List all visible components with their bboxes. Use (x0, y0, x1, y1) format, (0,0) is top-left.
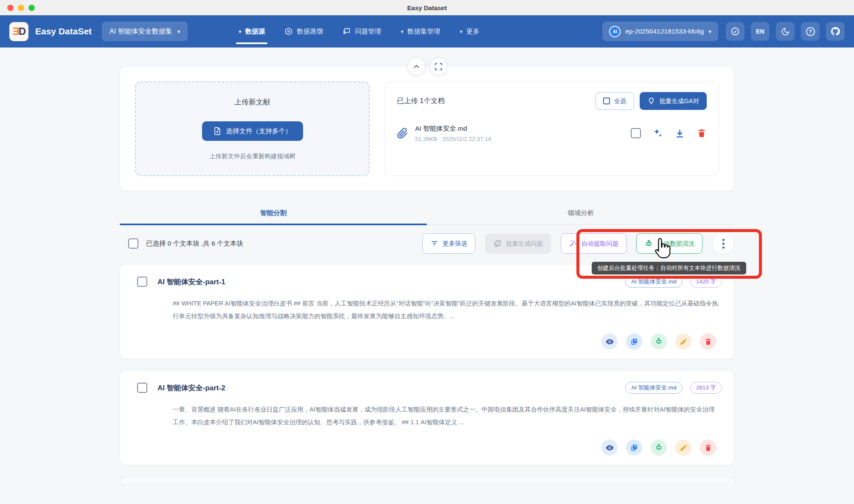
auto-extract-questions-label: 自动提取问题 (582, 240, 618, 248)
nav-item-more[interactable]: 更多 (460, 15, 480, 48)
view-chunk-button[interactable] (601, 440, 618, 456)
pencil-icon (680, 338, 688, 346)
view-tabs: 智能分割 领域分析 (120, 209, 734, 225)
github-button[interactable] (826, 22, 845, 41)
nav-label: 问题管理 (355, 27, 381, 36)
chevron-up-icon (412, 62, 421, 71)
model-selector[interactable]: AI ep-20250412181533-kfc6g (602, 22, 718, 41)
select-all-chunks-checkbox[interactable] (128, 238, 138, 249)
theme-toggle-button[interactable] (776, 22, 795, 41)
trash-icon (704, 444, 712, 452)
chunk-checkbox[interactable] (137, 277, 147, 287)
tab-smart-split[interactable]: 智能分割 (120, 209, 427, 224)
edit-chunk-button[interactable] (675, 440, 691, 456)
chunk-title: AI 智能体安全-part-2 (157, 383, 225, 393)
nav-label: 数据源 (245, 27, 265, 36)
sparkles-icon (652, 128, 663, 139)
chunk-questions-button[interactable] (626, 440, 642, 456)
auto-data-clean-button[interactable]: 自动数据清洗 (636, 233, 702, 254)
question-docs-icon (493, 239, 502, 248)
nav-item-datasource[interactable]: 数据源 (239, 15, 265, 48)
delete-chunk-button[interactable] (700, 440, 716, 456)
ai-model-icon: AI (609, 26, 621, 37)
help-button[interactable] (801, 22, 820, 41)
upload-hint: 上传新文件后会重新构建领域树 (209, 152, 295, 160)
download-icon (674, 128, 685, 139)
delete-chunk-button[interactable] (700, 333, 716, 350)
distill-hexagon-icon (284, 27, 293, 36)
project-selector-label: AI 智能体安全数据集 (110, 27, 172, 36)
nav-item-distill[interactable]: 数据蒸馏 (284, 15, 323, 48)
view-chunk-button[interactable] (601, 333, 618, 350)
source-file-badge: AI 智能体安全.md (625, 382, 683, 394)
brand-name: Easy DataSet (35, 26, 92, 36)
question-docs-icon (630, 337, 638, 346)
clean-chunk-button[interactable] (651, 333, 667, 350)
github-icon (830, 26, 840, 36)
generate-sparkles-button[interactable] (652, 128, 663, 139)
question-circle-icon (806, 27, 815, 36)
file-checkbox[interactable] (631, 128, 641, 138)
nav-label: 更多 (466, 27, 480, 36)
more-actions-button[interactable] (712, 232, 734, 255)
language-button[interactable]: EN (751, 22, 770, 41)
documents-module: 上传新文献 选择文件（支持多个） 上传新文件后会重新构建领域树 已上传 1个文档… (120, 66, 734, 191)
edit-chunk-button[interactable] (675, 333, 691, 350)
file-upload-icon (213, 127, 222, 135)
trash-icon (697, 128, 707, 138)
nav-label: 数据蒸馏 (297, 27, 323, 36)
delete-file-button[interactable] (697, 128, 707, 138)
chunk-card-part-2: AI 智能体安全-part-2 AI 智能体安全.md 2813 字 一章、背景… (120, 370, 734, 465)
nav-item-datasets[interactable]: 数据集管理 (401, 15, 440, 48)
nav-label: 数据集管理 (407, 27, 441, 36)
batch-generate-questions-label: 批量生成问题 (506, 240, 543, 248)
project-selector[interactable]: AI 智能体安全数据集 (102, 22, 188, 41)
tasks-button[interactable] (726, 22, 744, 41)
caret-down-icon (177, 28, 180, 35)
file-meta: 51.26KB · 2025/11/2 22:37:14 (415, 136, 491, 142)
chunk-content: ## WHITE PAPER AI智能体安全治理白皮书 ## 前言 当前，人工智… (132, 297, 722, 322)
more-filters-button[interactable]: 更多筛选 (422, 233, 475, 254)
auto-extract-questions-button[interactable]: 自动提取问题 (561, 233, 626, 254)
header-actions: EN (726, 22, 845, 41)
auto-data-clean-label: 自动数据清洗 (657, 240, 694, 248)
char-count-badge: 2813 字 (690, 382, 722, 394)
clean-chunk-button[interactable] (651, 440, 667, 456)
upload-dropzone[interactable]: 上传新文献 选择文件（支持多个） 上传新文件后会重新构建领域树 (135, 81, 370, 176)
auto-clean-tooltip: 创建后台批量处理任务：自动对所有文本块进行数据清洗 (592, 262, 746, 274)
app-logo[interactable]: ƎD (9, 22, 28, 41)
chunk-checkbox[interactable] (137, 383, 147, 393)
language-label: EN (756, 28, 764, 35)
macos-titlebar: Easy Dataset (0, 0, 854, 15)
active-nav-underline (236, 42, 267, 44)
chunks-toolbar: 已选择 0 个文本块 ,共 6 个文本块 更多筛选 批量生成问题 自动提取问题 … (120, 232, 734, 255)
window-title: Easy Dataset (0, 4, 854, 11)
choose-files-button[interactable]: 选择文件（支持多个） (202, 121, 303, 141)
eye-icon (605, 443, 614, 452)
choose-files-label: 选择文件（支持多个） (226, 127, 292, 136)
nav-item-questions[interactable]: 问题管理 (343, 15, 381, 48)
collapse-panel-button[interactable] (408, 58, 425, 75)
more-filters-label: 更多筛选 (443, 240, 467, 248)
download-file-button[interactable] (674, 128, 685, 139)
chunk-questions-button[interactable] (626, 333, 642, 350)
question-docs-icon (630, 443, 638, 452)
tab-domain-analysis[interactable]: 领域分析 (427, 209, 734, 224)
dot-icon (722, 243, 725, 245)
chunk-title: AI 智能体安全-part-1 (157, 277, 225, 287)
source-file-badge: AI 智能体安全.md (625, 276, 683, 288)
trash-icon (704, 338, 712, 346)
dot-icon (722, 239, 725, 241)
select-all-label: 全选 (614, 97, 626, 105)
batch-generate-questions-button[interactable]: 批量生成问题 (485, 233, 551, 254)
eye-icon (605, 337, 614, 346)
file-name: AI 智能体安全.md (415, 124, 491, 133)
fullscreen-button[interactable] (430, 58, 447, 75)
clean-brush-icon (644, 239, 653, 248)
select-all-button[interactable]: 全选 (596, 92, 634, 110)
caret-down-icon (239, 28, 242, 35)
chat-icon (343, 27, 351, 36)
file-row: AI 智能体安全.md 51.26KB · 2025/11/2 22:37:14 (397, 124, 707, 142)
uploaded-documents-panel: 已上传 1个文档 全选 批量生成GA对 AI 智能体安全.md 51. (385, 81, 719, 176)
batch-generate-ga-button[interactable]: 批量生成GA对 (640, 92, 707, 110)
